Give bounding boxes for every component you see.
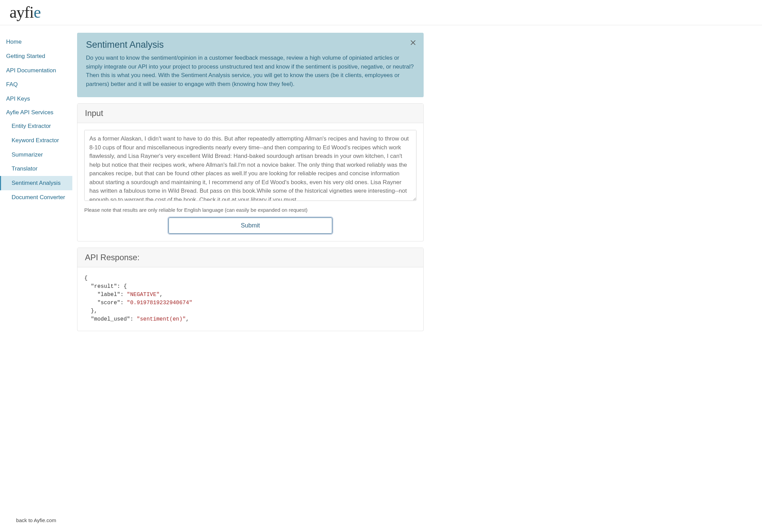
input-note: Please note that results are only reliab… (84, 207, 416, 213)
main-content: Sentiment Analysis Do you want to know t… (72, 25, 434, 530)
sidebar-item-sentiment-analysis[interactable]: Sentiment Analysis (0, 176, 72, 190)
json-value-model: "sentiment(en)" (137, 316, 186, 322)
sidebar-item-entity-extractor[interactable]: Entity Extractor (0, 119, 72, 133)
json-value-score: "0.9197819232940674" (127, 300, 192, 306)
hero-banner: Sentiment Analysis Do you want to know t… (77, 33, 424, 97)
response-card-header: API Response: (77, 248, 423, 267)
sidebar-item-keyword-extractor[interactable]: Keyword Extractor (0, 133, 72, 148)
sidebar-section-api-services[interactable]: Ayfie API Services (0, 106, 72, 119)
page-description: Do you want to know the sentiment/opinio… (86, 54, 415, 88)
logo[interactable]: ayfie (10, 3, 41, 21)
response-card: API Response: { "result": { "label": "NE… (77, 248, 424, 331)
close-icon (409, 39, 417, 46)
app-header: ayfie (0, 0, 762, 25)
page-title: Sentiment Analysis (86, 40, 415, 50)
input-card: Input Please note that results are only … (77, 103, 424, 241)
logo-text-main: ayfi (10, 3, 34, 21)
json-key-label: "label" (97, 292, 120, 298)
json-value-label: "NEGATIVE" (127, 292, 160, 298)
sidebar-item-faq[interactable]: FAQ (0, 77, 72, 92)
sidebar-item-document-converter[interactable]: Document Converter (0, 190, 72, 205)
sidebar-item-translator[interactable]: Translator (0, 162, 72, 176)
close-hero-button[interactable] (409, 39, 417, 48)
sidebar-item-api-keys[interactable]: API Keys (0, 92, 72, 106)
submit-button[interactable]: Submit (168, 218, 332, 234)
json-key-result: "result" (91, 283, 117, 290)
json-output: { "result": { "label": "NEGATIVE", "scor… (84, 274, 416, 323)
logo-text-accent: e (34, 3, 41, 21)
json-key-score: "score" (97, 300, 120, 306)
sidebar-item-getting-started[interactable]: Getting Started (0, 49, 72, 63)
back-to-ayfie-link[interactable]: back to Ayfie.com (0, 517, 72, 523)
sidebar-item-home[interactable]: Home (0, 35, 72, 49)
sidebar-item-summarizer[interactable]: Summarizer (0, 148, 72, 162)
input-card-header: Input (77, 104, 423, 123)
input-textarea[interactable] (84, 130, 416, 201)
json-key-model: "model_used" (91, 316, 130, 322)
sidebar: Home Getting Started API Documentation F… (0, 25, 72, 530)
sidebar-item-api-documentation[interactable]: API Documentation (0, 63, 72, 78)
